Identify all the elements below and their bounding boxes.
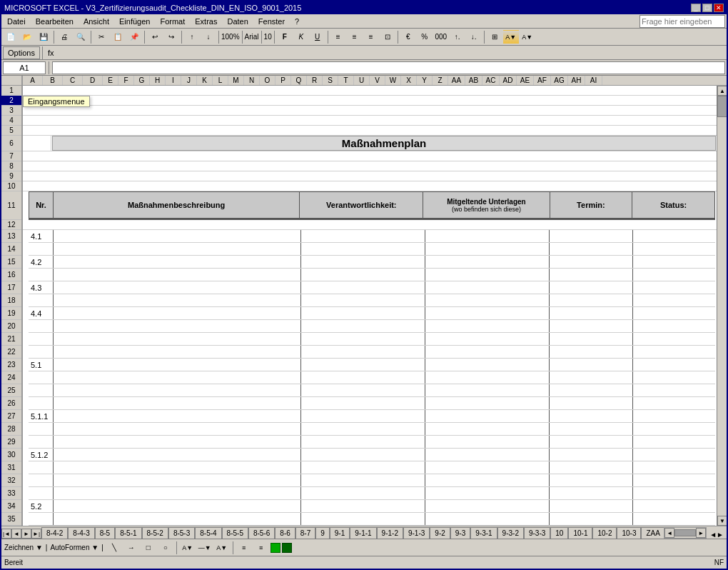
verant-cell-35[interactable] <box>301 513 425 525</box>
rn-11[interactable]: 11 <box>1 191 21 220</box>
sheet-tab-103[interactable]: 10-3 <box>617 527 641 539</box>
mitgel-cell-25[interactable] <box>425 384 550 396</box>
nr-cell-32[interactable] <box>29 474 54 486</box>
status-cell-20[interactable] <box>633 320 715 332</box>
scroll-thumb[interactable] <box>717 96 727 117</box>
mitgel-cell-34[interactable] <box>425 500 550 512</box>
sheet-tab-zaa[interactable]: ZAA <box>641 527 664 539</box>
underline-button[interactable]: U <box>310 30 325 44</box>
thousand-btn[interactable]: 000 <box>433 30 449 44</box>
desc-cell-15[interactable] <box>54 256 301 268</box>
formula-input[interactable] <box>52 61 725 74</box>
status-cell-30[interactable] <box>633 449 715 461</box>
draw-oval[interactable]: ○ <box>158 541 173 555</box>
menu-einfügen[interactable]: Einfügen <box>115 16 154 27</box>
termin-cell-27[interactable] <box>550 410 632 422</box>
sheet-tab-851[interactable]: 8-5-1 <box>115 527 141 539</box>
rn-1[interactable]: 1 <box>1 86 21 96</box>
tab-nav-first[interactable]: |◄ <box>1 529 11 539</box>
col-g[interactable]: G <box>134 76 150 85</box>
vscrollbar[interactable]: ▲ ▼ <box>717 86 727 526</box>
menu-datei[interactable]: Datei <box>3 16 30 27</box>
status-cell-24[interactable] <box>633 371 715 384</box>
status-cell-32[interactable] <box>633 474 715 486</box>
col-ag[interactable]: AG <box>551 76 568 85</box>
verant-cell-18[interactable] <box>301 294 425 306</box>
mitgel-cell-26[interactable] <box>425 397 550 409</box>
menu-ansicht[interactable]: Ansicht <box>79 16 113 27</box>
col-w[interactable]: W <box>385 76 401 85</box>
sheet-tab-911[interactable]: 9-1-1 <box>350 527 376 539</box>
rn-6[interactable]: 6 <box>1 136 21 151</box>
options-button[interactable]: Options <box>3 46 40 59</box>
nr-cell-23[interactable]: 5.1 <box>29 359 54 371</box>
nr-cell-20[interactable] <box>29 320 54 332</box>
tab-nav-last[interactable]: ►| <box>31 529 41 539</box>
termin-cell-23[interactable] <box>550 359 632 371</box>
nr-cell-29[interactable] <box>29 436 54 448</box>
desc-cell-24[interactable] <box>54 371 301 384</box>
hscrollbar[interactable]: ◄ ► <box>664 527 707 539</box>
col-ac[interactable]: AC <box>482 76 500 85</box>
rn-22[interactable]: 22 <box>1 346 21 359</box>
fill-color2[interactable]: A▼ <box>180 541 196 555</box>
verant-cell-31[interactable] <box>301 461 425 474</box>
termin-cell-19[interactable] <box>550 307 632 319</box>
nr-cell-16[interactable] <box>29 269 54 281</box>
verant-cell-25[interactable] <box>301 384 425 396</box>
sheet-tab-913[interactable]: 9-1-3 <box>403 527 430 539</box>
rn-12[interactable]: 12 <box>1 220 21 230</box>
sheet-tab-852[interactable]: 8-5-2 <box>142 527 168 539</box>
mitgel-cell-29[interactable] <box>425 436 550 448</box>
desc-cell-18[interactable] <box>54 294 301 306</box>
desc-cell-25[interactable] <box>54 384 301 396</box>
hscroll-right[interactable]: ► <box>696 528 706 538</box>
draw-arrow[interactable]: → <box>123 541 139 555</box>
sheet-tab-856[interactable]: 8-5-6 <box>248 527 275 539</box>
col-f[interactable]: F <box>118 76 134 85</box>
col-s[interactable]: S <box>323 76 338 85</box>
verant-cell-20[interactable] <box>301 320 425 332</box>
verant-cell-14[interactable] <box>301 243 425 255</box>
rn-9[interactable]: 9 <box>1 171 21 181</box>
rn-28[interactable]: 28 <box>1 423 21 436</box>
verant-cell-16[interactable] <box>301 269 425 281</box>
nr-cell-31[interactable] <box>29 461 54 474</box>
status-cell-25[interactable] <box>633 384 715 396</box>
col-l[interactable]: L <box>213 76 228 85</box>
preview-button[interactable]: 🔍 <box>73 30 89 44</box>
mitgel-cell-30[interactable] <box>425 449 550 461</box>
col-c[interactable]: C <box>63 76 83 85</box>
dec-dec[interactable]: ↓. <box>466 30 482 44</box>
desc-cell-22[interactable] <box>54 346 301 358</box>
desc-cell-29[interactable] <box>54 436 301 448</box>
nr-cell-27[interactable]: 5.1.1 <box>29 410 54 422</box>
nr-cell-14[interactable] <box>29 243 54 255</box>
redo-button[interactable]: ↪ <box>163 30 179 44</box>
verant-cell-24[interactable] <box>301 371 425 384</box>
desc-cell-33[interactable] <box>54 487 301 499</box>
rn-2[interactable]: 2 <box>1 96 21 106</box>
search-input[interactable] <box>639 15 725 28</box>
col-i[interactable]: I <box>166 76 181 85</box>
mitgel-cell-27[interactable] <box>425 410 550 422</box>
mitgel-cell-21[interactable] <box>425 333 550 345</box>
sheet-tab-853[interactable]: 8-5-3 <box>168 527 195 539</box>
draw-line[interactable]: ╲ <box>106 541 122 555</box>
col-t[interactable]: T <box>338 76 354 85</box>
col-e[interactable]: E <box>103 76 118 85</box>
desc-cell-30[interactable] <box>54 449 301 461</box>
status-cell-26[interactable] <box>633 397 715 409</box>
termin-cell-16[interactable] <box>550 269 632 281</box>
close-button[interactable]: ✕ <box>714 4 724 12</box>
name-box[interactable]: A1 <box>3 61 46 74</box>
rn-27[interactable]: 27 <box>1 410 21 423</box>
status-cell-35[interactable] <box>633 513 715 525</box>
desc-cell-13[interactable] <box>54 230 301 242</box>
align-right[interactable]: ≡ <box>363 30 379 44</box>
rn-5[interactable]: 5 <box>1 126 21 136</box>
font-color2[interactable]: A▼ <box>214 541 230 555</box>
col-k[interactable]: K <box>197 76 213 85</box>
mitgel-cell-14[interactable] <box>425 243 550 255</box>
sheet-tab-933[interactable]: 9-3-3 <box>524 527 550 539</box>
